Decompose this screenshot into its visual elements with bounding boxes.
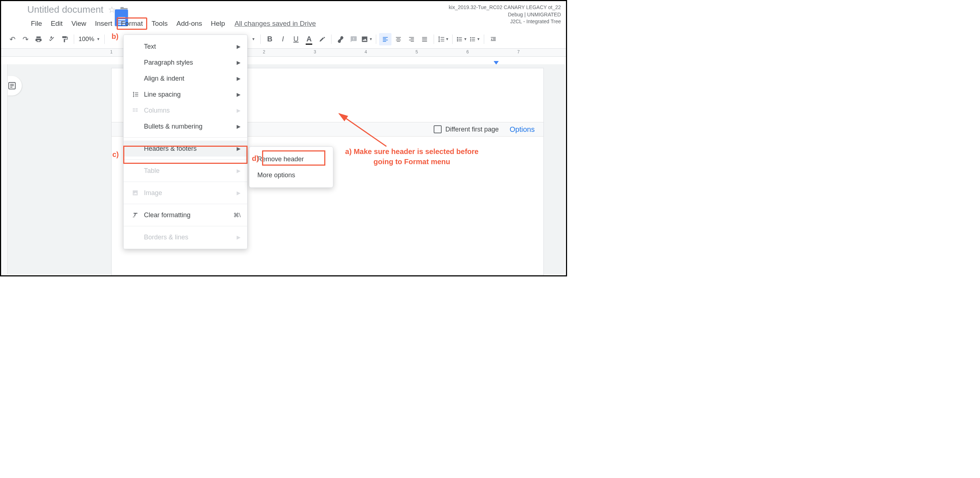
underline-button[interactable]: U — [290, 33, 302, 45]
checklist-button[interactable]: ▼ — [455, 33, 468, 45]
app-header: Untitled document ☆ File Edit View Inser… — [1, 1, 566, 30]
align-left-button[interactable] — [379, 33, 391, 45]
format-menu-headers-footers[interactable]: Headers & footers▶ — [124, 141, 247, 157]
submenu-remove-header[interactable]: Remove header — [249, 151, 333, 167]
menu-insert[interactable]: Insert — [91, 17, 117, 30]
menu-help[interactable]: Help — [207, 17, 229, 30]
different-first-page-checkbox[interactable]: Different first page — [434, 125, 499, 133]
menu-edit[interactable]: Edit — [46, 17, 67, 30]
undo-button[interactable]: ↶ — [6, 33, 19, 45]
insert-link-button[interactable] — [334, 33, 347, 45]
zoom-select[interactable]: 100%▼ — [77, 36, 102, 43]
svg-point-0 — [470, 37, 471, 38]
save-status[interactable]: All changes saved in Drive — [234, 20, 316, 28]
format-menu: Text▶ Paragraph styles▶ Align & indent▶ … — [123, 35, 248, 249]
insert-image-button[interactable]: ▼ — [361, 33, 373, 45]
svg-point-1 — [470, 38, 471, 40]
line-spacing-icon — [130, 91, 140, 98]
format-menu-clear-formatting[interactable]: Clear formatting ⌘\ — [124, 207, 247, 223]
print-button[interactable] — [32, 33, 45, 45]
format-menu-text[interactable]: Text▶ — [124, 38, 247, 54]
redo-button[interactable]: ↷ — [19, 33, 32, 45]
align-right-button[interactable] — [405, 33, 418, 45]
format-menu-image: Image▶ — [124, 185, 247, 201]
columns-icon — [130, 107, 140, 114]
text-color-button[interactable]: A — [303, 33, 315, 45]
line-spacing-button[interactable]: ▼ — [437, 33, 449, 45]
menu-tools[interactable]: Tools — [147, 17, 172, 30]
header-options-link[interactable]: Options — [510, 125, 535, 134]
format-menu-bullets-numbering[interactable]: Bullets & numbering▶ — [124, 118, 247, 134]
spellcheck-button[interactable] — [45, 33, 58, 45]
svg-point-2 — [470, 40, 471, 41]
highlight-button[interactable] — [316, 33, 328, 45]
paint-format-button[interactable] — [59, 33, 71, 45]
format-menu-align-indent[interactable]: Align & indent▶ — [124, 70, 247, 86]
annotation-c-label: c) — [112, 150, 119, 159]
annotation-d-label: d) — [252, 154, 259, 163]
vertical-ruler — [1, 64, 8, 274]
decrease-indent-button[interactable] — [487, 33, 500, 45]
format-menu-paragraph-styles[interactable]: Paragraph styles▶ — [124, 54, 247, 70]
ruler: 1 2 3 4 5 6 7 — [1, 49, 566, 57]
headers-footers-submenu: Remove header More options — [249, 146, 333, 188]
document-title[interactable]: Untitled document — [27, 4, 103, 15]
format-menu-borders-lines: Borders & lines▶ — [124, 229, 247, 245]
annotation-a-text: a) Make sure header is selected before g… — [336, 146, 488, 167]
align-center-button[interactable] — [392, 33, 404, 45]
add-comment-button[interactable] — [347, 33, 360, 45]
debug-info: kix_2019.32-Tue_RC02 CANARY LEGACY ot_22… — [449, 4, 561, 25]
clear-formatting-icon — [130, 212, 140, 218]
toolbar: ↶ ↷ 100%▼ 11▼ B I U A ▼ — [1, 30, 566, 49]
format-menu-line-spacing[interactable]: Line spacing▶ — [124, 86, 247, 102]
align-justify-button[interactable] — [418, 33, 431, 45]
menu-view[interactable]: View — [67, 17, 91, 30]
image-icon — [130, 190, 140, 196]
menu-addons[interactable]: Add-ons — [172, 17, 207, 30]
docs-logo[interactable] — [5, 5, 20, 25]
format-menu-table: Table▶ — [124, 163, 247, 179]
bold-button[interactable]: B — [264, 33, 276, 45]
menu-format[interactable]: Format — [117, 17, 147, 30]
format-menu-columns: Columns▶ — [124, 102, 247, 118]
bulleted-list-button[interactable]: ▼ — [469, 33, 481, 45]
checkbox-icon[interactable] — [434, 125, 442, 133]
submenu-more-options[interactable]: More options — [249, 167, 333, 183]
menu-file[interactable]: File — [27, 17, 46, 30]
annotation-b-label: b) — [111, 32, 118, 41]
italic-button[interactable]: I — [277, 33, 289, 45]
